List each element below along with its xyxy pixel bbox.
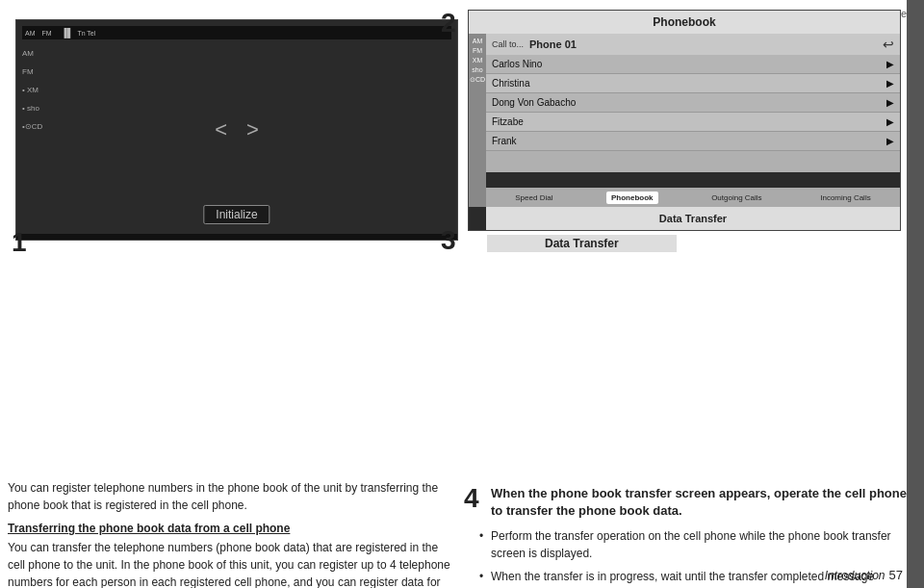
footer-page: 57 [889,568,903,582]
label-sho: • sho [22,104,42,113]
bar-label-xm: XM [473,57,483,64]
step-4-title: When the phone book transfer screen appe… [491,485,916,520]
step-1-number: 1 [12,227,27,258]
screenshots-row: 1 AM FM ▐▌ Tn Tel AM FM • XM • sho •⊙CD … [0,0,907,231]
left-text-column: You can register telephone numbers in th… [8,479,450,588]
phonebook-tabs[interactable]: Speed Dial Phonebook Outgoing Calls Inco… [486,188,900,207]
nav-left-arrow[interactable]: < [215,117,227,142]
phone-label: Phone 01 [529,38,577,50]
phonebook-title: Phonebook [469,11,900,34]
status-am: AM [25,30,36,37]
data-transfer-bar: Data Transfer [486,207,900,230]
signal-indicator: ▐▌ [62,28,74,38]
status-fm: FM [42,30,52,37]
bar-label-cd: ⊙CD [470,76,485,84]
label-xm: • XM [22,86,42,94]
label-am: AM [22,49,42,58]
nav-arrows: < > [215,117,259,142]
list-item[interactable]: Dong Von Gabacho ▶ [486,93,900,113]
left-screenshot-status: AM FM ▐▌ Tn Tel [22,26,451,39]
intro-paragraph: You can register telephone numbers in th… [8,479,450,514]
right-screenshot: Phonebook AM FM XM sho ⊙CD Call to... Ph… [468,10,901,231]
tab-incoming[interactable]: Incoming Calls [815,192,875,204]
list-item[interactable]: Frank ▶ [486,132,900,151]
list-item[interactable]: Carlos Nino ▶ [486,55,900,74]
call-to-label: Call to... [492,39,524,49]
tab-phonebook[interactable]: Phonebook [606,192,658,204]
label-fm: FM [22,67,42,76]
bottom-strip [16,234,457,240]
list-item[interactable]: Christina ▶ [486,74,900,93]
status-tel: Tn Tel [77,30,95,37]
initialize-button[interactable]: Initialize [203,205,270,224]
text-area: You can register telephone numbers in th… [0,472,924,588]
section-body: You can transfer the telephone numbers (… [8,539,450,588]
back-arrow-icon[interactable]: ↩ [883,37,894,52]
step-3-number: 3 [441,225,456,256]
right-sidebar [907,0,924,588]
bar-label-sho: sho [472,66,482,73]
section-title: Transferring the phone book data from a … [8,522,450,535]
call-to-header: Call to... Phone 01 ↩ [486,34,900,55]
tab-outgoing[interactable]: Outgoing Calls [706,192,766,204]
nav-right-arrow[interactable]: > [246,117,259,142]
step-4-header: 4 When the phone book transfer screen ap… [464,485,916,520]
bullet-item-1: Perform the transfer operation on the ce… [479,527,916,562]
footer-section: Introduction [825,569,886,582]
step-2-number: 2 [441,8,456,38]
step-4-number: 4 [464,485,483,512]
label-cd: •⊙CD [22,122,42,131]
contact-list: Carlos Nino ▶ Christina ▶ Dong Von Gabac… [486,55,900,172]
left-side-labels: AM FM • XM • sho •⊙CD [22,49,42,131]
bar-label-fm: FM [473,47,482,54]
left-bar: AM FM XM sho ⊙CD [469,34,486,207]
bar-label-am: AM [473,38,483,44]
footer: Introduction 57 [825,568,903,582]
list-item[interactable]: Fitzabe ▶ [486,113,900,132]
step-3-label: Data Transfer [487,235,677,252]
left-screenshot: AM FM ▐▌ Tn Tel AM FM • XM • sho •⊙CD < … [15,19,458,241]
tab-speed-dial[interactable]: Speed Dial [510,192,557,204]
